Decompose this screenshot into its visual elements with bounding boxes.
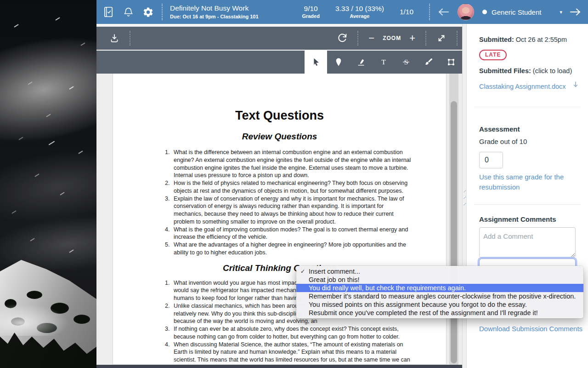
rotate-icon[interactable] — [334, 30, 350, 46]
sidebar-divider — [474, 204, 581, 205]
graded-stat: 9/10 Graded — [302, 5, 320, 20]
document-scrollbar-thumb[interactable] — [451, 101, 457, 363]
sidebar-divider — [474, 107, 581, 107]
student-avatar[interactable] — [458, 4, 474, 20]
header-icon-group — [102, 6, 154, 18]
list-item: How is the field of physics related to m… — [171, 179, 414, 195]
student-position-indicator: 1/10 — [400, 8, 413, 16]
star-trail — [14, 24, 18, 28]
graded-label: Graded — [302, 13, 320, 19]
select-tool[interactable] — [305, 51, 327, 74]
free-draw-tool[interactable] — [417, 51, 440, 74]
assignment-comments-heading: Assignment Comments — [479, 215, 556, 223]
gear-icon[interactable] — [141, 6, 154, 18]
dropdown-item-highlighted[interactable]: You did really well, but check the requi… — [296, 284, 583, 292]
zoom-out-button[interactable]: − — [366, 32, 377, 44]
dropdown-item[interactable]: Great job on this! — [296, 276, 583, 284]
zoom-in-button[interactable]: + — [407, 32, 418, 44]
average-stat: 3.33 / 10 (33%) Average — [335, 5, 384, 20]
submitted-value: Oct 26 at 2:55pm — [516, 36, 567, 43]
viewer-background-strip — [96, 365, 462, 368]
file-download-icon[interactable] — [572, 81, 579, 90]
svg-text:T: T — [381, 58, 386, 66]
point-annotation-tool[interactable] — [327, 51, 350, 74]
toolbar-separator — [357, 31, 358, 46]
speedgrader-window: Definitely Not Busy Work Due: Oct 16 at … — [96, 0, 588, 368]
viewer-toolbar: − ZOOM + — [96, 27, 462, 50]
next-student-arrow-icon[interactable] — [569, 6, 582, 18]
review-questions-list: What is the difference between an intern… — [113, 149, 414, 257]
resize-grip-icon[interactable] — [464, 203, 466, 205]
previous-student-arrow-icon[interactable] — [437, 6, 450, 18]
student-name: Generic Student — [492, 8, 541, 16]
assignment-title: Definitely Not Busy Work — [170, 4, 302, 12]
tree — [27, 291, 42, 299]
document-scrollbar-track[interactable] — [449, 74, 458, 365]
header-separator — [162, 4, 163, 20]
dropdown-item[interactable]: ✓ Insert comment... — [296, 267, 583, 276]
dropdown-item[interactable]: Resubmit once you've completed the rest … — [296, 309, 583, 317]
average-value: 3.33 / 10 (33%) — [335, 5, 384, 13]
assessment-heading: Assessment — [479, 125, 520, 133]
comment-textarea[interactable] — [479, 227, 576, 258]
snow-highlight — [0, 304, 69, 336]
dropdown-item-label: You did really well, but check the requi… — [309, 284, 466, 292]
area-selection-tool[interactable] — [440, 51, 462, 74]
average-label: Average — [335, 13, 384, 19]
resize-grip-icon[interactable] — [464, 196, 466, 199]
submitted-files-label: Submitted Files: — [479, 67, 531, 75]
annotation-toolbar: T S — [96, 51, 462, 74]
dropdown-item-label: You missed points on this assignment bec… — [309, 301, 527, 308]
download-document-icon[interactable] — [107, 30, 122, 46]
gradebook-icon[interactable] — [102, 6, 115, 18]
toolbar-separator — [130, 31, 130, 46]
resize-grip-icon[interactable] — [464, 190, 466, 192]
assignment-subtitle: Due: Oct 16 at 9pm - Classtaking 101 — [170, 14, 302, 20]
list-item: What are the advantages of a higher degr… — [171, 241, 414, 257]
free-text-tool[interactable]: T — [372, 51, 395, 74]
needs-grading-dot-icon — [482, 10, 487, 14]
grade-label: Grade out of 10 — [479, 138, 527, 145]
toolbar-separator — [425, 31, 426, 46]
graded-value: 9/10 — [302, 5, 320, 13]
document-viewer: Text Questions Review Questions What is … — [96, 74, 462, 368]
list-item: Explain the law of conservation of energ… — [171, 195, 414, 226]
submitted-file-link[interactable]: Classtaking Assignment.docx — [479, 82, 566, 92]
speedgrader-header: Definitely Not Busy Work Due: Oct 16 at … — [96, 0, 588, 24]
strikeout-tool[interactable]: S — [395, 51, 417, 74]
toolbar-separator — [457, 31, 458, 46]
dropdown-item[interactable]: Remember it's standard to measure angles… — [296, 292, 583, 300]
star-trail — [49, 141, 55, 145]
submitted-row: Submitted: Oct 26 at 2:55pm — [479, 36, 567, 43]
selected-check-icon: ✓ — [300, 267, 305, 276]
dropdown-item-label: Great job on this! — [309, 276, 359, 283]
bell-icon[interactable] — [122, 6, 135, 18]
comment-dropdown-menu: ✓ Insert comment... Great job on this! Y… — [296, 266, 583, 318]
dropdown-item-label: Remember it's standard to measure angles… — [309, 293, 576, 300]
late-badge: LATE — [479, 50, 507, 60]
same-grade-link[interactable]: Use this same grade for the resubmission — [479, 172, 579, 192]
list-line: because of the way the world is moving a… — [174, 317, 414, 325]
download-submission-comments-link[interactable]: Download Submission Comments — [479, 324, 582, 334]
highlight-tool[interactable] — [350, 51, 372, 74]
desktop-wallpaper — [0, 0, 96, 368]
dropdown-item[interactable]: You missed points on this assignment bec… — [296, 300, 583, 309]
submitted-files-hint: (click to load) — [533, 67, 572, 75]
list-item: When discussing Material Science, the au… — [171, 341, 414, 365]
list-item: What is the difference between an intern… — [171, 149, 414, 179]
header-separator — [429, 4, 430, 20]
grade-input[interactable] — [479, 152, 503, 168]
star-trail — [55, 17, 60, 21]
document-page: Text Questions Review Questions What is … — [113, 74, 447, 365]
dropdown-item-label: Insert comment... — [309, 268, 360, 275]
submitted-label: Submitted: — [479, 36, 514, 43]
list-item: What is the goal of improving combustion… — [171, 226, 414, 242]
fullscreen-icon[interactable] — [434, 30, 449, 46]
dropdown-item-label: Resubmit once you've completed the rest … — [309, 309, 538, 316]
student-menu-caret-icon[interactable]: ▾ — [541, 9, 569, 15]
zoom-label: ZOOM — [383, 35, 401, 41]
assignment-title-block: Definitely Not Busy Work Due: Oct 16 at … — [170, 4, 302, 20]
submitted-files-row: Submitted Files: (click to load) — [479, 67, 572, 75]
screen: Definitely Not Busy Work Due: Oct 16 at … — [0, 0, 588, 368]
document-title: Text Questions — [113, 109, 446, 123]
